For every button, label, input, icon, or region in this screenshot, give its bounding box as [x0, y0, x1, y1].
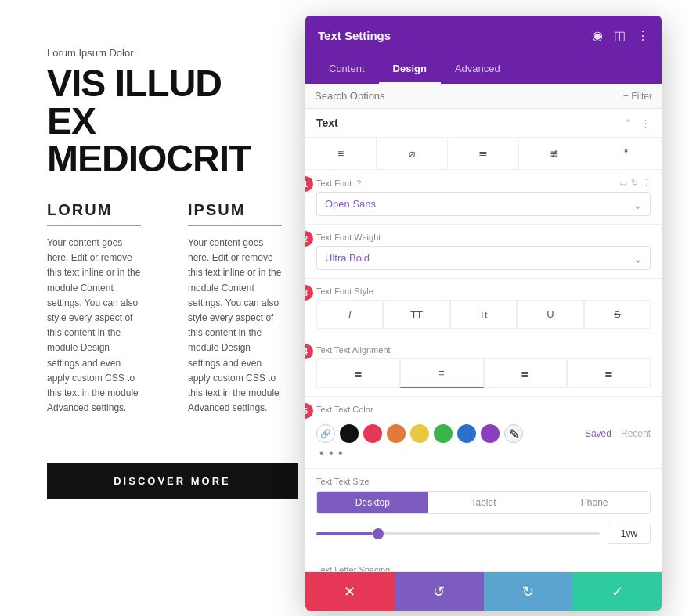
- col2-text: Your content goes here. Edit or remove t…: [188, 236, 282, 416]
- col1-text: Your content goes here. Edit or remove t…: [47, 236, 141, 416]
- text-font-label: Text Font ? ▭ ↻ ⋮: [316, 178, 651, 188]
- color-yellow[interactable]: [410, 424, 429, 443]
- size-slider-track[interactable]: [316, 532, 600, 535]
- text-align-buttons: ≣ ≡ ≣ ≣: [316, 358, 651, 388]
- color-blue[interactable]: [457, 424, 476, 443]
- align-text-right-btn[interactable]: ≣: [484, 358, 568, 388]
- redo-button[interactable]: ↻: [484, 572, 573, 611]
- confirm-icon: ✓: [611, 583, 623, 600]
- device-tabs: Desktop Tablet Phone: [316, 491, 651, 514]
- redo-icon: ↻: [522, 583, 534, 600]
- strikethrough-btn[interactable]: S: [584, 300, 651, 329]
- text-color-label: Text Text Color: [316, 405, 651, 414]
- font-style-buttons: I TT Tt U S: [316, 300, 651, 329]
- discover-button[interactable]: DISCOVER MORE: [47, 463, 298, 499]
- color-recent[interactable]: Recent: [621, 428, 651, 439]
- tab-content[interactable]: Content: [315, 55, 379, 84]
- reset-icon[interactable]: ↻: [631, 178, 638, 188]
- text-size-field: Text Text Size Desktop Tablet Phone 1vw …: [305, 469, 662, 557]
- align-list-btn[interactable]: ≣: [448, 138, 519, 169]
- color-link-icon[interactable]: 🔗: [316, 424, 335, 443]
- more-colors-btn[interactable]: • • •: [316, 446, 651, 460]
- color-saved[interactable]: Saved: [585, 428, 611, 439]
- tab-advanced[interactable]: Advanced: [441, 55, 514, 84]
- col2-heading: IPSUM: [188, 201, 282, 219]
- device-tablet[interactable]: Tablet: [428, 492, 539, 513]
- panel-title: Text Settings: [318, 29, 391, 42]
- panel-body: Text ⌃ ⋮ ≡ ⌀ ≣ ≢ “ 1 Text Font ? ▭: [305, 109, 662, 571]
- text-font-field: 1 Text Font ? ▭ ↻ ⋮ Open Sans: [305, 170, 662, 225]
- section-header: Text ⌃ ⋮: [305, 109, 662, 138]
- section-title: Text: [316, 117, 338, 129]
- panel-footer: ✕ ↺ ↻ ✓: [305, 571, 662, 611]
- color-purple[interactable]: [481, 424, 500, 443]
- col2-divider: [188, 225, 282, 226]
- bold-btn[interactable]: TT: [383, 300, 449, 329]
- align-none-btn[interactable]: ⌀: [377, 138, 448, 169]
- font-weight-select[interactable]: Ultra Bold: [316, 246, 651, 270]
- col1-divider: [47, 225, 141, 226]
- undo-button[interactable]: ↺: [395, 572, 484, 611]
- badge-2: 2: [305, 231, 313, 247]
- page-title: VIS ILLUD EXMEDIOCRIT: [47, 65, 266, 178]
- search-input[interactable]: [315, 90, 623, 102]
- page-subtitle: Lorum Ipsum Dolor: [47, 47, 266, 59]
- more-icon[interactable]: ⋮: [637, 28, 649, 43]
- color-swatches: 🔗 ✎ Saved Recent: [316, 418, 651, 446]
- font-weight-select-wrapper: Ultra Bold: [316, 246, 651, 270]
- confirm-button[interactable]: ✓: [572, 572, 662, 611]
- panel-header: Text Settings ◉ ◫ ⋮: [305, 16, 662, 55]
- color-green[interactable]: [434, 424, 453, 443]
- filter-button[interactable]: + Filter: [623, 91, 652, 102]
- section-header-icons: ⌃ ⋮: [624, 117, 651, 129]
- cancel-button[interactable]: ✕: [305, 572, 395, 611]
- font-value: Open Sans: [325, 198, 376, 210]
- alignment-row: ≡ ⌀ ≣ ≢ “: [305, 138, 662, 170]
- color-black[interactable]: [340, 424, 359, 443]
- settings-panel: Text Settings ◉ ◫ ⋮ Content Design Advan…: [305, 16, 662, 611]
- text-font-weight-field: 2 Text Font Weight Ultra Bold: [305, 225, 662, 279]
- size-slider-fill: [316, 532, 373, 535]
- align-left-btn[interactable]: ≡: [305, 138, 377, 169]
- italic-btn[interactable]: I: [316, 300, 383, 329]
- search-bar: + Filter: [305, 84, 662, 109]
- badge-4: 4: [305, 344, 313, 359]
- cancel-icon: ✕: [344, 583, 355, 600]
- align-text-left-btn[interactable]: ≣: [316, 358, 400, 388]
- tab-design[interactable]: Design: [379, 55, 441, 84]
- badge-3: 3: [305, 285, 313, 301]
- layout-icon[interactable]: ◫: [614, 28, 626, 43]
- align-text-center-btn[interactable]: ≡: [400, 358, 484, 388]
- eye-icon[interactable]: ◉: [592, 28, 603, 43]
- color-orange[interactable]: [387, 424, 406, 443]
- color-pencil[interactable]: ✎: [504, 424, 523, 443]
- copy-icon[interactable]: ▭: [619, 178, 627, 188]
- text-size-label: Text Text Size: [316, 477, 651, 486]
- font-weight-value: Ultra Bold: [325, 252, 370, 264]
- chevron-up-icon[interactable]: ⌃: [624, 117, 633, 129]
- letter-spacing-field: Text Letter Spacing 0px: [305, 557, 662, 571]
- caps-btn[interactable]: Tt: [450, 300, 517, 329]
- color-red[interactable]: [363, 424, 382, 443]
- letter-spacing-label: Text Letter Spacing: [316, 565, 651, 571]
- align-list2-btn[interactable]: ≢: [519, 138, 590, 169]
- dots-icon[interactable]: ⋮: [640, 117, 651, 129]
- help-icon[interactable]: ?: [356, 178, 361, 188]
- col1-heading: LORUM: [47, 201, 141, 219]
- align-quote-btn[interactable]: “: [590, 138, 662, 169]
- align-text-justify-btn[interactable]: ≣: [567, 358, 651, 388]
- badge-1: 1: [305, 176, 313, 192]
- font-select-wrapper: Open Sans: [316, 192, 651, 216]
- size-slider-thumb[interactable]: [373, 528, 384, 539]
- more-field-icon[interactable]: ⋮: [642, 178, 651, 188]
- device-phone[interactable]: Phone: [539, 492, 650, 513]
- text-color-field: 5 Text Text Color 🔗 ✎ Saved Recent: [305, 397, 662, 469]
- color-actions: Saved Recent: [585, 428, 651, 439]
- underline-btn[interactable]: U: [517, 300, 583, 329]
- device-desktop[interactable]: Desktop: [317, 492, 428, 513]
- text-alignment-field: 4 Text Text Alignment ≣ ≡ ≣ ≣: [305, 337, 662, 397]
- size-slider-value[interactable]: 1vw: [608, 524, 651, 544]
- font-select[interactable]: Open Sans: [316, 192, 651, 216]
- text-font-style-label: Text Font Style: [316, 286, 651, 296]
- text-alignment-label: Text Text Alignment: [316, 345, 651, 355]
